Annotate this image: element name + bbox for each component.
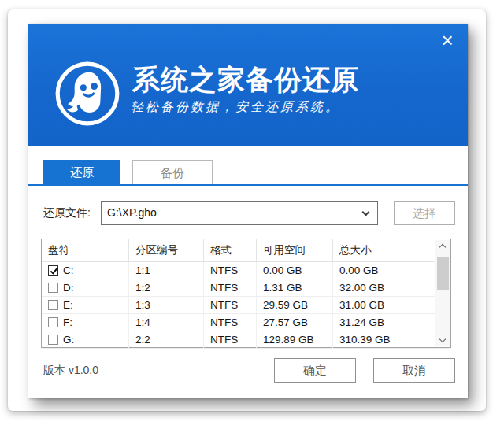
drive-label: G: [63,331,74,348]
cancel-button[interactable]: 取消 [373,358,455,383]
tab-underline [28,184,468,186]
col-header-total-size: 总大小 [333,239,450,261]
scrollbar[interactable] [435,240,450,346]
restore-file-label: 还原文件: [43,201,91,225]
scroll-down-button[interactable] [435,334,450,346]
free-space-cell: 0.00 GB [257,262,333,279]
restore-file-combobox[interactable]: G:\XP.gho [101,201,378,225]
free-space-cell: 1.31 GB [257,279,333,296]
format-cell: NTFS [204,279,257,296]
format-cell: NTFS [204,314,257,331]
partition-cell: 2:2 [129,331,204,348]
scroll-thumb[interactable] [437,257,449,290]
scroll-up-button[interactable] [435,240,450,253]
tab-restore[interactable]: 还原 [43,160,120,184]
checkbox[interactable] [48,265,58,276]
free-space-cell: 29.59 GB [257,297,333,313]
table-row[interactable]: F: 1:4 NTFS 27.57 GB 31.24 GB [42,314,450,331]
backup-restore-dialog: 系统之家备份还原 轻松备份数据，安全还原系统。 × 还原 备份 还原文件: G:… [28,24,468,398]
col-header-partition: 分区编号 [129,239,204,261]
checkbox[interactable] [48,300,58,310]
col-header-free-space: 可用空间 [257,239,333,261]
format-cell: NTFS [204,262,257,279]
total-size-cell: 32.00 GB [333,279,450,296]
drive-label: D: [63,279,74,296]
chevron-down-icon [362,209,370,216]
table-row[interactable]: C: 1:1 NTFS 0.00 GB 0.00 GB [42,262,450,279]
tab-backup[interactable]: 备份 [132,160,213,184]
partition-cell: 1:2 [129,279,204,296]
table-row[interactable]: G: 2:2 NTFS 129.89 GB 310.39 GB [42,331,450,349]
total-size-cell: 0.00 GB [333,262,450,279]
partition-cell: 1:1 [129,262,204,279]
version-label: 版本 v1.0.0 [43,358,98,383]
app-subtitle: 轻松备份数据，安全还原系统。 [131,99,340,116]
checkbox[interactable] [48,317,58,327]
ok-button[interactable]: 确定 [274,358,356,383]
drive-label: F: [63,314,72,331]
chevron-up-icon [439,244,446,250]
close-button[interactable]: × [435,28,460,54]
partition-table: 盘符 分区编号 格式 可用空间 总大小 C: 1:1 NTFS 0.00 GB … [41,239,451,348]
table-header-row: 盘符 分区编号 格式 可用空间 总大小 [42,239,450,262]
drive-label: E: [63,297,73,313]
total-size-cell: 31.24 GB [333,314,450,331]
screenshot-canvas: 系统之家备份还原 轻松备份数据，安全还原系统。 × 还原 备份 还原文件: G:… [0,0,504,429]
free-space-cell: 27.57 GB [257,314,333,331]
partition-cell: 1:4 [129,314,204,331]
table-row[interactable]: E: 1:3 NTFS 29.59 GB 31.00 GB [42,297,450,314]
chevron-down-icon [439,336,446,342]
close-icon: × [441,28,453,52]
col-header-format: 格式 [204,239,257,261]
partition-cell: 1:3 [129,297,204,313]
drive-label: C: [63,262,74,279]
app-header: 系统之家备份还原 轻松备份数据，安全还原系统。 × [28,24,468,146]
checkbox[interactable] [48,283,58,293]
col-header-drive: 盘符 [42,239,129,261]
total-size-cell: 31.00 GB [333,297,450,313]
app-title: 系统之家备份还原 [132,61,359,98]
free-space-cell: 129.89 GB [257,331,333,348]
format-cell: NTFS [204,331,257,348]
total-size-cell: 310.39 GB [333,331,450,348]
table-row[interactable]: D: 1:2 NTFS 1.31 GB 32.00 GB [42,279,450,297]
select-file-button[interactable]: 选择 [394,201,455,225]
ghost-logo-icon [54,60,121,128]
format-cell: NTFS [204,297,257,313]
checkbox[interactable] [48,335,58,345]
restore-file-value: G:\XP.gho [107,202,157,224]
